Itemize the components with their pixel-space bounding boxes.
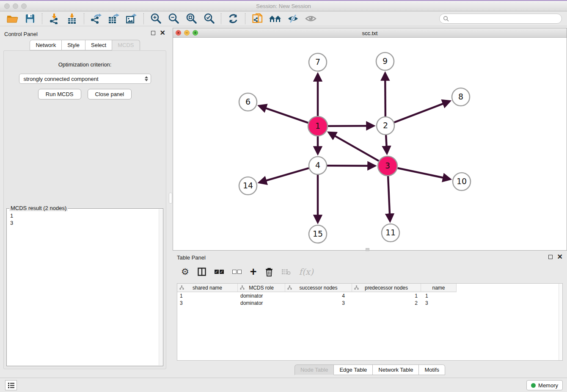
node-table[interactable]: shared nameMCDS rolesuccessor nodesprede…	[177, 283, 563, 361]
search-input[interactable]	[451, 16, 558, 22]
home-button[interactable]	[268, 12, 282, 25]
control-panel-tabs: Network Style Select MCDS	[0, 40, 170, 50]
graph-node-14[interactable]: 14	[239, 177, 257, 195]
graph-node-6[interactable]: 6	[239, 93, 257, 111]
table-cell[interactable]: 4	[285, 292, 352, 299]
export-image-button[interactable]	[125, 12, 138, 25]
edge-3-1[interactable]	[330, 133, 379, 161]
table-scrollbar[interactable]	[559, 284, 562, 360]
table-row[interactable]: 3dominator323	[177, 299, 562, 306]
edge-2-3[interactable]	[386, 135, 387, 152]
table-cell[interactable]: 3	[421, 299, 457, 306]
select-all-columns-button[interactable]: ✓✓	[215, 266, 224, 277]
checked-boxes-icon: ✓✓	[215, 270, 224, 274]
graph-node-3[interactable]: 3	[378, 156, 397, 176]
delete-column-button[interactable]	[265, 266, 273, 277]
table-cell[interactable]: 2	[352, 299, 421, 306]
edge-1-6[interactable]	[260, 106, 308, 123]
tab-mcds[interactable]: MCDS	[112, 40, 140, 50]
tab-network-table[interactable]: Network Table	[373, 364, 419, 375]
table-cell[interactable]: 1	[352, 292, 421, 299]
network-window-titlebar[interactable]: × − + scc.txt	[173, 28, 567, 38]
edge-2-8[interactable]	[394, 102, 449, 122]
optimization-criterion-select[interactable]: strongly connected component	[19, 74, 151, 84]
table-cell[interactable]: dominator	[238, 292, 285, 299]
clone-network-button[interactable]	[250, 12, 264, 25]
network-graph[interactable]: 7968124314101511	[173, 38, 567, 250]
tab-motifs[interactable]: Motifs	[419, 364, 445, 375]
show-all-button[interactable]	[304, 12, 317, 25]
edge-4-3[interactable]	[327, 166, 374, 166]
column-header-shared-name[interactable]: shared name	[177, 284, 238, 292]
close-table-panel-icon[interactable]: ✕	[557, 255, 563, 259]
edge-3-11[interactable]	[388, 176, 390, 220]
zoom-in-icon	[150, 13, 161, 24]
table-cell[interactable]: dominator	[238, 299, 285, 306]
table-cell[interactable]: 3	[177, 299, 238, 306]
graph-node-15[interactable]: 15	[309, 225, 327, 243]
table-panel-title: Table Panel	[177, 254, 206, 261]
edge-4-14[interactable]	[260, 168, 309, 182]
tab-edge-table[interactable]: Edge Table	[334, 364, 373, 375]
edge-1-2[interactable]	[328, 126, 373, 126]
result-scrollbar[interactable]	[159, 209, 162, 365]
graph-node-9[interactable]: 9	[376, 52, 394, 70]
status-bar: Memory	[0, 378, 567, 392]
graph-node-4[interactable]: 4	[309, 157, 327, 174]
tab-style[interactable]: Style	[62, 40, 85, 50]
hide-selected-button[interactable]	[286, 12, 300, 25]
tab-node-table[interactable]: Node Table	[295, 364, 334, 375]
home-icon	[269, 14, 281, 23]
split-columns-button[interactable]	[198, 266, 206, 277]
graph-node-7[interactable]: 7	[309, 53, 327, 71]
horizontal-split-handle[interactable]	[366, 248, 369, 251]
task-history-button[interactable]	[5, 380, 17, 390]
graph-node-1[interactable]: 1	[308, 116, 328, 136]
table-settings-button[interactable]: ⚙	[181, 266, 189, 277]
column-header-successor-nodes[interactable]: successor nodes	[285, 284, 352, 292]
table-row[interactable]: 1dominator411	[177, 292, 562, 299]
open-session-button[interactable]	[6, 12, 19, 25]
close-panel-icon[interactable]: ✕	[160, 31, 165, 35]
column-header-predecessor-nodes[interactable]: predecessor nodes	[352, 284, 421, 292]
graph-node-11[interactable]: 11	[382, 224, 399, 242]
export-table-button[interactable]	[107, 12, 121, 25]
graph-node-8[interactable]: 8	[452, 88, 470, 106]
edge-3-10[interactable]	[397, 168, 449, 179]
vertical-split-handle[interactable]	[169, 193, 172, 204]
control-panel-title: Control Panel	[4, 31, 38, 37]
close-panel-button[interactable]: Close panel	[88, 89, 132, 99]
zoom-in-button[interactable]	[149, 12, 162, 25]
import-network-button[interactable]	[47, 12, 61, 25]
refresh-button[interactable]	[226, 12, 240, 25]
graph-node-10[interactable]: 10	[453, 173, 471, 190]
table-cell[interactable]: 1	[177, 292, 238, 299]
deselect-all-columns-button[interactable]	[232, 266, 242, 277]
graph-node-2[interactable]: 2	[377, 117, 394, 135]
network-canvas[interactable]: 7968124314101511	[173, 38, 567, 250]
edge-2-9[interactable]	[385, 74, 385, 116]
add-column-button[interactable]: +	[250, 266, 257, 277]
mcds-result-text[interactable]: 1 3	[7, 209, 163, 230]
save-session-button[interactable]	[23, 12, 37, 25]
run-mcds-button[interactable]: Run MCDS	[38, 89, 81, 99]
trash-icon	[265, 268, 273, 276]
column-header-name[interactable]: name	[421, 284, 457, 292]
import-table-button[interactable]	[65, 12, 79, 25]
zoom-fit-button[interactable]	[184, 12, 198, 25]
zoom-selected-button[interactable]	[202, 12, 216, 25]
table-cell[interactable]: 3	[285, 299, 352, 306]
float-table-panel-icon[interactable]	[548, 255, 553, 259]
zoom-out-button[interactable]	[167, 12, 180, 25]
column-header-MCDS-role[interactable]: MCDS role	[238, 284, 285, 292]
float-panel-icon[interactable]	[151, 31, 155, 35]
table-cell[interactable]: 1	[421, 292, 457, 299]
toolbar-separator	[143, 13, 144, 24]
tab-network[interactable]: Network	[30, 40, 62, 50]
memory-button[interactable]: Memory	[526, 380, 563, 390]
search-box[interactable]	[439, 14, 562, 24]
table-body: 1dominator4113dominator323	[177, 292, 562, 306]
tab-select[interactable]: Select	[85, 40, 112, 50]
combo-stepper-icon	[145, 76, 148, 81]
export-network-button[interactable]	[89, 12, 103, 25]
